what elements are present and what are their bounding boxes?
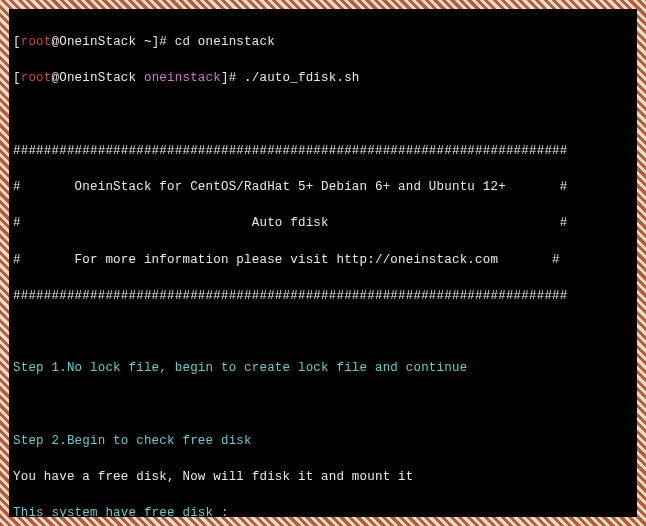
- terminal-output: [root@OneinStack ~]# cd oneinstack [root…: [9, 9, 637, 517]
- banner-line: # For more information please visit http…: [13, 251, 633, 269]
- user: root: [21, 35, 52, 49]
- banner-hr-bottom: ########################################…: [13, 287, 633, 305]
- decorative-border: [root@OneinStack ~]# cd oneinstack [root…: [0, 0, 646, 526]
- step-2-freedisk: This system have free disk :: [13, 504, 633, 517]
- step-2: Step 2.Begin to check free disk: [13, 432, 633, 450]
- banner-line: # Auto fdisk #: [13, 214, 633, 232]
- prompt-line-2: [root@OneinStack oneinstack]# ./auto_fdi…: [13, 69, 633, 87]
- prompt-line-1: [root@OneinStack ~]# cd oneinstack: [13, 33, 633, 51]
- user: root: [21, 71, 52, 85]
- step-1: Step 1.No lock file, begin to create loc…: [13, 359, 633, 377]
- banner-line: # OneinStack for CentOS/RadHat 5+ Debian…: [13, 178, 633, 196]
- step-2-msg: You have a free disk, Now will fdisk it …: [13, 468, 633, 486]
- banner-hr-top: ########################################…: [13, 142, 633, 160]
- cwd: oneinstack: [144, 71, 221, 85]
